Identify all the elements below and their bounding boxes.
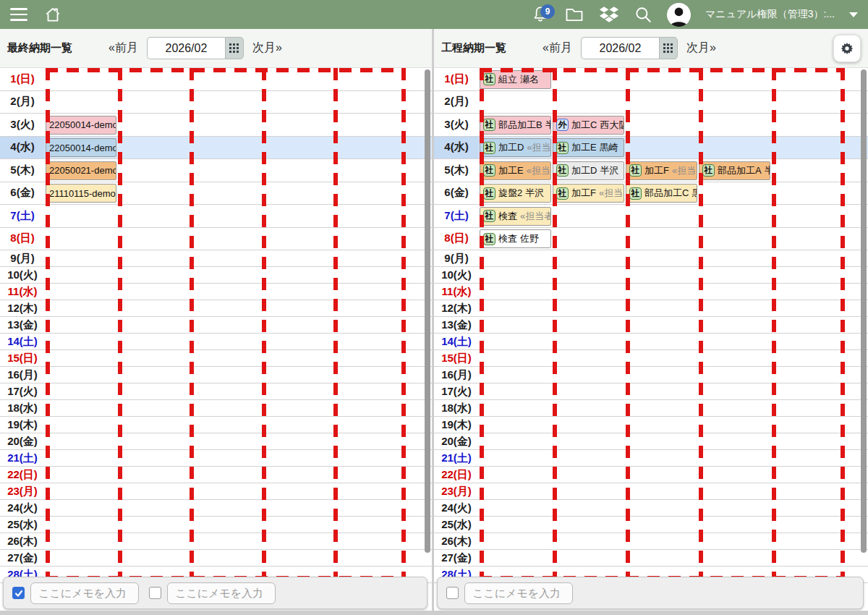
day-row-content[interactable] [45, 450, 432, 466]
event-chip[interactable]: 社加工F«担当者A» [626, 161, 697, 180]
day-row-content[interactable] [479, 467, 868, 483]
day-row[interactable]: 12(木) [434, 300, 868, 317]
scrollbar[interactable] [425, 69, 430, 553]
day-row-content[interactable] [45, 284, 432, 300]
day-row-content[interactable]: 21110115-demo 1 [45, 182, 432, 205]
day-row[interactable]: 16(月) [434, 367, 868, 383]
day-row-content[interactable] [479, 417, 868, 433]
day-row[interactable]: 11(水) [434, 284, 868, 300]
day-row[interactable]: 3(火)社部品加工B半沢外加工C西大阪 [434, 114, 868, 137]
day-row-content[interactable] [45, 205, 432, 227]
memo-input[interactable] [30, 582, 139, 604]
day-row-content[interactable] [45, 467, 432, 483]
day-row-content[interactable] [479, 300, 868, 316]
month-input[interactable] [147, 37, 225, 59]
event-chip[interactable]: 22050021-demo 1 [46, 161, 116, 180]
event-chip[interactable]: 社加工F«担当者A» [553, 184, 624, 203]
memo-input[interactable] [167, 582, 276, 604]
day-row-content[interactable] [479, 267, 868, 283]
day-row-content[interactable] [45, 417, 432, 433]
day-row-content[interactable] [45, 68, 432, 90]
search-icon[interactable] [634, 5, 652, 24]
day-row[interactable]: 2(月) [0, 91, 432, 114]
day-row[interactable]: 15(日) [0, 350, 432, 367]
day-row-content[interactable] [479, 550, 868, 566]
day-row-content[interactable] [45, 550, 432, 566]
calendar-picker-icon[interactable] [659, 37, 678, 59]
day-row-content[interactable] [45, 91, 432, 114]
next-month-button[interactable]: 次月» [252, 41, 282, 56]
event-chip[interactable]: 社部品加工A半沢 [699, 161, 770, 180]
day-row[interactable]: 5(木)22050021-demo 1 [0, 159, 432, 182]
day-row[interactable]: 21(土) [0, 450, 432, 467]
day-row-content[interactable] [45, 517, 432, 533]
home-icon[interactable] [43, 5, 62, 24]
scrollbar[interactable] [861, 69, 867, 553]
prev-month-button[interactable]: «前月 [542, 41, 572, 56]
event-chip[interactable]: 社加工D半沢 [553, 161, 624, 180]
day-row[interactable]: 26(木) [434, 533, 868, 550]
day-row-content[interactable]: 社部品加工B半沢外加工C西大阪 [479, 114, 868, 136]
day-row-content[interactable]: 社加工D«担当者A»社加工E黒崎 [479, 137, 868, 159]
day-row[interactable]: 8(日) [0, 228, 432, 251]
menu-icon[interactable] [10, 8, 27, 21]
day-row[interactable]: 13(金) [434, 317, 868, 334]
event-chip[interactable]: 社部品加工C黒崎 [626, 184, 697, 203]
day-row[interactable]: 20(金) [434, 433, 868, 450]
day-row-content[interactable] [479, 517, 868, 533]
day-row-content[interactable]: 社組立瀬名 [479, 68, 868, 90]
day-row[interactable]: 23(月) [0, 483, 432, 500]
event-chip[interactable]: 社加工E黒崎 [553, 138, 624, 157]
day-row-content[interactable] [479, 350, 868, 366]
day-row[interactable]: 9(月) [434, 250, 868, 267]
day-row-content[interactable] [479, 483, 868, 499]
day-row[interactable]: 27(金) [0, 550, 432, 567]
day-row-content[interactable] [479, 91, 868, 114]
day-row[interactable]: 14(土) [0, 334, 432, 350]
day-row-content[interactable] [45, 334, 432, 349]
day-row-content[interactable] [45, 300, 432, 316]
event-chip[interactable]: 社検査«担当者A» [480, 207, 551, 226]
event-chip[interactable]: 社検査佐野 [480, 229, 551, 248]
day-row[interactable]: 9(月) [0, 250, 432, 267]
day-row[interactable]: 4(水)22050014-demo 1 [0, 137, 432, 160]
folder-icon[interactable] [564, 5, 584, 24]
day-row[interactable]: 16(月) [0, 367, 432, 383]
day-row-content[interactable] [45, 433, 432, 449]
day-row-content[interactable]: 社旋盤2半沢社加工F«担当者A»社部品加工C黒崎 [479, 182, 868, 205]
event-chip[interactable]: 社組立瀬名 [480, 70, 551, 89]
memo-checkbox[interactable] [149, 587, 161, 599]
caret-down-icon[interactable] [849, 12, 858, 17]
day-row-content[interactable] [45, 400, 432, 416]
event-chip[interactable]: 21110115-demo 1 [46, 184, 116, 203]
day-row-content[interactable] [479, 284, 868, 300]
event-chip[interactable]: 社加工E«担当者A» [480, 161, 551, 180]
avatar[interactable] [667, 3, 691, 27]
day-row[interactable]: 2(月) [434, 91, 868, 114]
day-row-content[interactable] [45, 267, 432, 283]
day-row-content[interactable] [479, 250, 868, 266]
month-input[interactable] [581, 37, 659, 59]
memo-checkbox[interactable] [12, 587, 25, 599]
day-row[interactable]: 1(日)社組立瀬名 [434, 68, 868, 91]
day-row-content[interactable] [479, 334, 868, 349]
day-row[interactable]: 19(木) [0, 417, 432, 433]
day-row-content[interactable] [479, 450, 868, 466]
day-row-content[interactable] [45, 483, 432, 499]
day-row-content[interactable]: 社加工E«担当者A»社加工D半沢社加工F«担当者A»社部品加工A半沢 [479, 159, 868, 182]
day-row-content[interactable] [479, 433, 868, 449]
day-row[interactable]: 7(土) [0, 205, 432, 228]
day-row-content[interactable] [45, 250, 432, 266]
day-row-content[interactable] [479, 533, 868, 549]
day-row-content[interactable]: 22050014-demo 1 [45, 114, 432, 136]
day-row[interactable]: 18(水) [0, 400, 432, 417]
next-month-button[interactable]: 次月» [686, 41, 716, 56]
day-row-content[interactable] [479, 317, 868, 333]
day-row[interactable]: 7(土)社検査«担当者A» [434, 205, 868, 228]
day-row-content[interactable] [45, 317, 432, 333]
dropbox-icon[interactable] [599, 6, 619, 23]
day-row[interactable]: 18(水) [434, 400, 868, 417]
day-row-content[interactable] [479, 500, 868, 516]
day-row-content[interactable] [479, 400, 868, 416]
day-row[interactable]: 22(日) [0, 467, 432, 483]
